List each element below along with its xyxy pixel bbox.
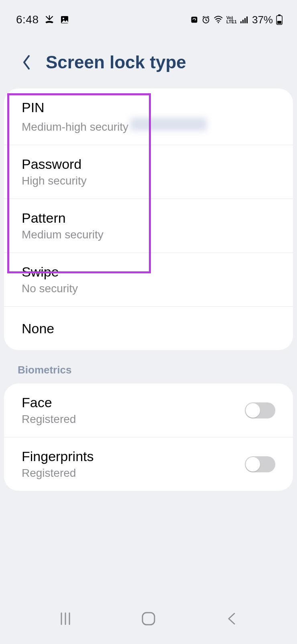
signal-icon [240,16,249,24]
option-pattern[interactable]: Pattern Medium security [4,199,293,253]
svg-rect-11 [277,21,281,24]
option-password[interactable]: Password High security [4,145,293,199]
nav-home[interactable] [130,607,167,631]
option-pin[interactable]: PIN Medium-high security [4,88,293,145]
sync-icon [190,16,198,24]
nav-back[interactable] [214,607,250,631]
recents-icon [58,611,73,626]
option-pin-title: PIN [22,100,207,115]
svg-rect-12 [142,613,155,625]
option-swipe[interactable]: Swipe No security [4,253,293,307]
option-fingerprints-sub: Registered [22,467,94,480]
svg-rect-8 [246,16,248,23]
wifi-icon [214,16,223,24]
biometrics-card: Face Registered Fingerprints Registered [4,384,293,491]
gallery-icon [60,15,69,25]
option-pattern-title: Pattern [22,210,104,226]
status-left: 6:48 [16,13,69,26]
option-none[interactable]: None [4,307,293,350]
option-face-title: Face [22,395,76,410]
option-none-title: None [22,321,54,336]
option-pin-sub: Medium-high security [22,121,128,133]
option-face[interactable]: Face Registered [4,384,293,437]
missed-call-icon [45,15,54,25]
svg-point-1 [63,18,64,19]
battery-icon [276,14,283,25]
status-right: Vo)LTE1 37% [190,14,283,26]
back-button[interactable] [18,54,35,70]
status-bar: 6:48 Vo)LTE1 37% [0,0,297,28]
option-face-sub: Registered [22,413,76,426]
lock-options-card: PIN Medium-high security Password High s… [4,88,293,350]
battery-text: 37% [252,14,273,26]
option-password-sub: High security [22,174,87,187]
nav-recents[interactable] [47,607,83,631]
toggle-knob [246,457,260,472]
face-toggle[interactable] [245,402,275,418]
section-biometrics-header: Biometrics [0,350,297,384]
svg-rect-5 [240,21,242,23]
status-time: 6:48 [16,13,39,26]
toggle-knob [246,403,260,418]
fingerprints-toggle[interactable] [245,456,275,472]
option-swipe-sub: No security [22,282,78,295]
svg-rect-6 [242,20,244,23]
option-swipe-title: Swipe [22,264,78,280]
option-fingerprints-title: Fingerprints [22,449,94,464]
option-pattern-sub: Medium security [22,228,104,241]
page-header: Screen lock type [0,28,297,88]
back-icon [226,611,238,626]
home-icon [141,611,156,626]
system-navbar [0,601,297,644]
chevron-left-icon [22,54,31,70]
volte-icon: Vo)LTE1 [226,16,237,24]
option-fingerprints[interactable]: Fingerprints Registered [4,437,293,491]
svg-point-4 [218,22,219,23]
page-title: Screen lock type [46,52,186,72]
option-password-title: Password [22,156,87,172]
svg-rect-2 [191,17,197,23]
blurred-info [130,118,207,131]
alarm-icon [201,15,210,24]
svg-rect-7 [244,18,246,23]
